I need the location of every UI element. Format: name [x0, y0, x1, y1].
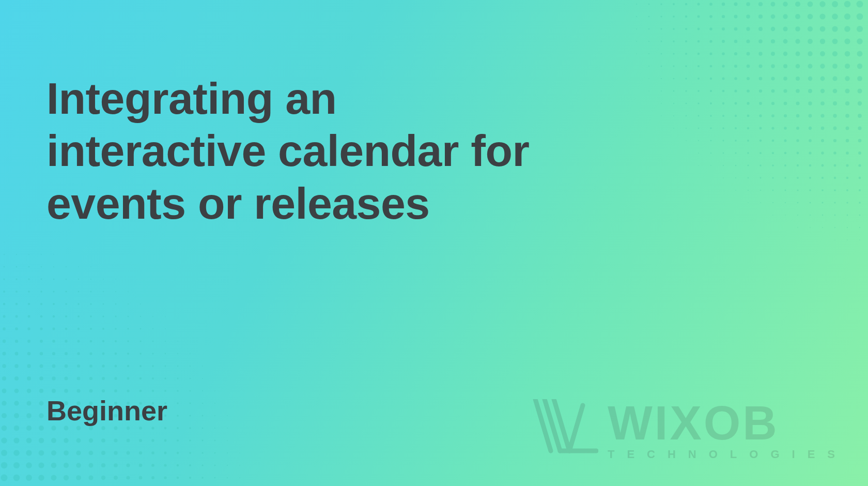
svg-point-240	[796, 114, 800, 118]
svg-point-157	[734, 65, 737, 68]
svg-point-703	[164, 476, 166, 479]
svg-point-237	[759, 114, 762, 117]
svg-point-83	[844, 13, 850, 20]
svg-point-548	[64, 389, 68, 393]
svg-point-152	[673, 66, 675, 67]
svg-point-104	[844, 26, 850, 32]
svg-point-82	[832, 13, 838, 20]
svg-point-675	[89, 463, 94, 468]
svg-point-242	[820, 114, 824, 117]
svg-point-364	[797, 227, 798, 227]
svg-point-73	[722, 15, 725, 18]
svg-point-585	[26, 413, 32, 418]
svg-point-429	[65, 303, 67, 305]
svg-point-285	[723, 153, 724, 154]
svg-point-547	[52, 389, 56, 393]
svg-point-484	[177, 341, 178, 342]
svg-point-52	[722, 3, 725, 6]
svg-point-191	[661, 90, 662, 92]
svg-point-692	[26, 475, 32, 481]
svg-point-428	[53, 303, 55, 305]
svg-point-292	[809, 151, 811, 154]
svg-point-95	[734, 27, 738, 31]
svg-point-186	[845, 76, 849, 81]
svg-point-46	[648, 4, 650, 5]
svg-point-565	[26, 401, 31, 405]
svg-point-118	[758, 39, 763, 43]
svg-point-167	[857, 64, 862, 69]
svg-point-176	[722, 78, 725, 80]
svg-point-174	[698, 78, 700, 80]
svg-point-215	[722, 102, 724, 104]
svg-point-182	[796, 77, 800, 81]
svg-point-481	[140, 340, 141, 342]
svg-point-677	[114, 463, 118, 467]
svg-point-283	[698, 153, 699, 154]
svg-point-290	[784, 152, 787, 155]
svg-point-122	[808, 39, 813, 44]
svg-point-528	[52, 376, 55, 380]
svg-point-451	[165, 316, 165, 316]
svg-point-302	[735, 165, 737, 166]
svg-point-605	[14, 426, 20, 431]
svg-point-693	[38, 475, 44, 480]
svg-point-315	[723, 177, 724, 178]
svg-point-411	[3, 291, 5, 293]
svg-point-345	[785, 202, 786, 203]
svg-point-698	[101, 476, 105, 480]
svg-point-349	[834, 202, 835, 203]
svg-point-655	[114, 451, 117, 454]
svg-point-269	[722, 140, 724, 141]
svg-point-163	[808, 64, 813, 69]
svg-point-699	[114, 476, 118, 480]
svg-point-472	[27, 340, 30, 343]
svg-point-231	[686, 115, 687, 116]
svg-point-662	[202, 452, 203, 453]
svg-point-641	[202, 440, 204, 442]
svg-point-131	[661, 53, 662, 55]
svg-point-540	[202, 378, 203, 379]
svg-point-537	[164, 377, 166, 379]
svg-point-416	[66, 291, 67, 293]
svg-point-690	[1, 474, 7, 481]
halftone-dots-bottom-left-icon	[0, 217, 269, 486]
svg-point-403	[53, 279, 55, 280]
svg-point-407	[103, 279, 104, 280]
svg-point-445	[90, 315, 92, 317]
svg-point-239	[784, 114, 787, 117]
svg-point-343	[760, 202, 761, 203]
svg-point-646	[1, 450, 7, 456]
svg-point-198	[747, 89, 750, 93]
svg-point-111	[673, 40, 674, 42]
svg-point-420	[115, 291, 116, 292]
svg-point-631	[76, 438, 81, 443]
svg-point-178	[747, 77, 750, 80]
svg-point-549	[76, 389, 80, 392]
svg-point-427	[40, 303, 42, 305]
svg-point-348	[822, 202, 824, 204]
svg-point-284	[710, 153, 711, 154]
svg-point-59	[808, 2, 813, 7]
svg-point-558	[190, 390, 191, 392]
svg-point-434	[128, 303, 129, 305]
svg-point-263	[858, 126, 861, 130]
svg-point-54	[746, 2, 750, 6]
svg-point-306	[784, 164, 786, 166]
svg-point-447	[115, 316, 117, 317]
svg-point-245	[858, 114, 862, 118]
svg-point-165	[832, 64, 838, 69]
svg-point-319	[772, 177, 773, 178]
svg-point-100	[795, 26, 800, 32]
halftone-dots-top-right-icon	[599, 0, 868, 269]
svg-point-496	[115, 353, 117, 355]
svg-point-226	[858, 101, 862, 105]
svg-point-279	[846, 139, 849, 142]
svg-point-607	[39, 426, 44, 431]
svg-point-626	[13, 437, 19, 443]
svg-point-606	[26, 426, 32, 431]
svg-point-502	[190, 353, 191, 354]
svg-point-405	[78, 279, 79, 280]
svg-point-621	[214, 428, 215, 429]
svg-point-506	[14, 364, 18, 368]
svg-point-200	[771, 89, 775, 93]
